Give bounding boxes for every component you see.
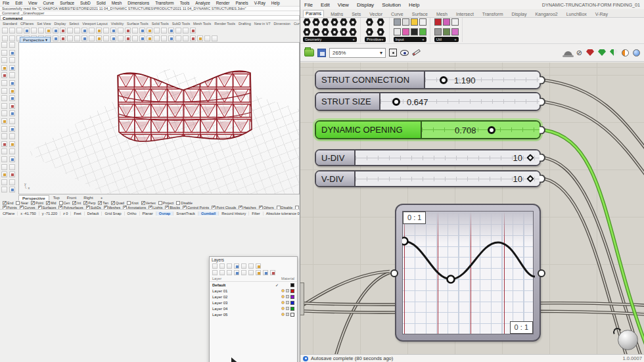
layer-tools-icon[interactable] [256, 270, 261, 275]
input-component-icon[interactable] [411, 18, 418, 26]
layers-tab-icon[interactable] [212, 263, 218, 269]
rhino-menu-item[interactable]: V-Ray [254, 1, 265, 5]
rhino-menu-item[interactable]: Help [271, 1, 280, 5]
new-layer-icon[interactable] [212, 270, 218, 275]
statusbar-segment[interactable]: Absolute tolerance 0.001 [264, 212, 300, 215]
toolbar-icon[interactable] [132, 28, 138, 34]
side-toolbar-icon[interactable] [1, 110, 7, 116]
util-component-icon[interactable] [443, 28, 450, 35]
side-toolbar-icon[interactable] [1, 187, 7, 192]
statusbar-segment[interactable]: CPlane [0, 212, 18, 215]
toolbar-icon[interactable] [31, 28, 37, 34]
osnap-toggle[interactable]: Project [158, 201, 174, 205]
layer-row[interactable]: Layer 01 [210, 288, 297, 294]
save-file-icon[interactable] [317, 49, 326, 57]
osnap-toggle[interactable]: Knot [127, 201, 139, 205]
move-up-icon[interactable] [234, 270, 239, 275]
toolbar-icon[interactable] [147, 28, 152, 34]
grasshopper-menu-item[interactable]: Edit [321, 2, 330, 8]
category-tab[interactable]: V-Ray [593, 11, 610, 17]
sketch-tool-icon[interactable] [412, 49, 421, 57]
number-param-icon[interactable] [377, 18, 384, 26]
input-component-icon[interactable] [419, 18, 426, 26]
side-toolbar-icon[interactable] [1, 42, 7, 48]
side-toolbar-icon[interactable] [1, 72, 7, 78]
util-component-icon[interactable] [451, 18, 459, 26]
filter-layers-icon[interactable] [241, 270, 246, 275]
side-toolbar-icon[interactable] [9, 80, 15, 86]
statusbar-segment[interactable]: Filter [249, 212, 263, 215]
side-toolbar-icon[interactable] [9, 126, 15, 132]
preview-visibility-icon[interactable] [400, 50, 409, 56]
viewport-title-tab[interactable]: Perspective ▾ [20, 37, 51, 43]
viewport-tab[interactable]: Front [64, 195, 80, 200]
truss-model[interactable] [19, 43, 300, 194]
zoom-extents-icon[interactable] [389, 49, 397, 57]
category-tab[interactable]: Vector [367, 11, 384, 17]
checkbox-icon[interactable] [127, 201, 131, 205]
preview-off-icon[interactable]: ⊘ [576, 49, 582, 57]
side-toolbar-icon[interactable] [1, 103, 7, 109]
toolbar-icon[interactable] [118, 28, 124, 34]
collapse-icon[interactable] [248, 270, 254, 275]
checkbox-icon[interactable] [46, 201, 50, 205]
rhino-menu-item[interactable]: Tools [180, 1, 190, 5]
statusbar-segment[interactable]: z 0 [60, 212, 71, 215]
rhino-toolbar-tab[interactable]: Display [54, 22, 66, 26]
side-toolbar-icon[interactable] [9, 103, 15, 109]
checkbox-icon[interactable] [16, 201, 20, 205]
statusbar-segment[interactable]: Osnap [156, 212, 173, 215]
toolbar-icon[interactable] [67, 28, 73, 34]
checkbox-icon[interactable] [141, 201, 145, 205]
side-toolbar-icon[interactable] [1, 65, 7, 71]
new-sublayer-icon[interactable] [219, 270, 225, 275]
command-input[interactable]: Command [0, 15, 300, 20]
rhino-menu-item[interactable]: Curve [43, 1, 55, 5]
grasshopper-menu-item[interactable]: File [304, 2, 313, 8]
rhino-menu-item[interactable]: Mesh [112, 1, 122, 5]
rendering-tab-icon[interactable] [241, 263, 246, 269]
rhino-toolbar-tab[interactable]: Viewport Layout [82, 22, 108, 26]
output-port[interactable] [538, 269, 545, 277]
checkbox-icon[interactable] [3, 201, 7, 205]
osnap-toggle[interactable]: Int [72, 201, 81, 205]
layer-visibility-icon[interactable] [281, 301, 285, 304]
statusbar-segment[interactable]: Default [85, 212, 103, 215]
text-param-icon[interactable] [377, 28, 384, 36]
side-toolbar-icon[interactable] [1, 88, 7, 94]
rhino-menu-item[interactable]: Edit [15, 1, 22, 5]
layer-visibility-icon[interactable] [281, 307, 285, 310]
checkbox-icon[interactable] [72, 201, 76, 205]
vector-param-icon[interactable] [331, 28, 338, 36]
input-component-icon[interactable] [402, 18, 409, 26]
toolbar-icon[interactable] [183, 28, 189, 34]
display-tab-icon[interactable] [219, 263, 225, 269]
settings-icon[interactable] [263, 270, 268, 275]
slider-track[interactable]: 0.708 [422, 122, 540, 138]
side-toolbar-icon[interactable] [9, 164, 15, 170]
slider-knob[interactable] [440, 76, 448, 84]
preview-custom-icon[interactable] [610, 49, 618, 56]
category-tab[interactable]: Kangaroo2 [533, 11, 559, 17]
viewport-tab[interactable]: + [97, 195, 106, 200]
side-toolbar-icon[interactable] [1, 141, 7, 147]
toolbar-icon[interactable] [9, 28, 15, 34]
open-file-icon[interactable] [304, 49, 314, 57]
integer-param-icon[interactable] [365, 28, 373, 36]
util-component-icon[interactable] [434, 18, 442, 26]
viewport-tab[interactable]: Perspective [18, 195, 49, 200]
category-tab[interactable]: Intersect [454, 11, 476, 17]
widget-hat-icon[interactable] [564, 51, 572, 57]
statusbar-segment[interactable]: y -71.220 [39, 212, 60, 215]
grasshopper-menu-item[interactable]: Solution [382, 2, 401, 8]
input-component-icon[interactable] [394, 28, 401, 35]
zoom-select[interactable]: 265% ▾ [329, 48, 386, 58]
toolbar-icon[interactable] [53, 28, 58, 34]
toolbar-icon[interactable] [139, 28, 145, 34]
input-component-icon[interactable] [419, 28, 426, 35]
rhino-menu-item[interactable]: File [3, 1, 9, 5]
rhino-toolbar-tab[interactable]: Select [69, 22, 79, 26]
graph-grip[interactable] [402, 238, 408, 245]
toolbar-icon[interactable] [60, 28, 66, 34]
slider-track[interactable]: 10 [356, 171, 540, 186]
